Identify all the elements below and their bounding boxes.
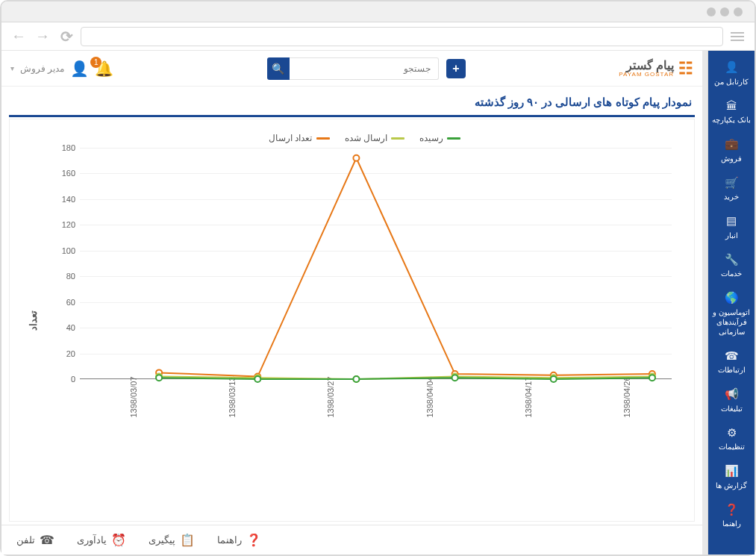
user-icon: 👤 [710,60,753,75]
panel-title: نمودار پیام کوتاه های ارسالی در ۹۰ روز گ… [9,90,695,117]
sidebar-item-help[interactable]: ❓ راهنما [708,496,755,535]
back-button[interactable]: ← [9,27,28,46]
svg-point-2 [353,155,359,161]
wrench-icon: 🔧 [710,252,753,267]
chart-legend: رسیده ارسال شده تعداد ارسال [50,133,679,143]
logo-mark-icon: ☷ [678,59,693,78]
globe-icon: 🌎 [710,290,753,305]
browser-frame: ← → ⟳ 👤 کارتابل من 🏛 بانک یکپارچه 💼 فروش… [0,0,756,556]
chart-icon: 📊 [710,463,753,478]
sidebar-item-ads[interactable]: 📢 تبلیغات [708,381,755,419]
search-button[interactable]: 🔍 [267,57,290,80]
phone-icon: ☎ [40,533,54,547]
sidebar-item-services[interactable]: 🔧 خدمات [708,246,755,285]
sidebar-item-automation[interactable]: 🌎 اتوماسیون و فرآیندهای سازمانی [708,284,755,343]
search-icon: 🔍 [272,63,284,75]
gear-icon: ⚙ [710,425,753,440]
sidebar-item-reports[interactable]: 📊 گزارش ها [708,457,755,496]
logo: ☷ پیام گستر PAYAM GOSTAR [619,59,693,78]
window-dot [720,7,729,16]
search: 🔍 [267,57,439,80]
legend-label: رسیده [419,133,443,143]
chart-container: رسیده ارسال شده تعداد ارسال تعداد 020406… [9,119,695,522]
sidebar-item-label: تبلیغات [721,404,743,413]
y-tick: 20 [50,349,75,358]
url-input[interactable] [81,27,723,46]
chart-panel: نمودار پیام کوتاه های ارسالی در ۹۰ روز گ… [9,90,695,522]
svg-point-13 [254,376,260,382]
chevron-down-icon: ▾ [10,64,14,72]
sidebar-item-label: اتوماسیون و فرآیندهای سازمانی [713,308,750,336]
sidebar-item-settings[interactable]: ⚙ تنظیمات [708,419,755,458]
phone-icon: ☎ [710,349,753,363]
footer-help[interactable]: ❓ راهنما [217,533,261,547]
sidebar-item-inbox[interactable]: 👤 کارتابل من [708,54,755,93]
y-tick: 40 [50,323,75,332]
reload-button[interactable]: ⟳ [57,27,76,46]
sidebar-item-label: فروش [721,154,742,163]
footer-reminder[interactable]: ⏰ یادآوری [77,533,126,547]
y-axis-label: تعداد [28,310,39,331]
add-button[interactable]: + [446,59,466,78]
megaphone-icon: 📢 [710,387,753,402]
y-tick: 120 [50,220,75,229]
sidebar: 👤 کارتابل من 🏛 بانک یکپارچه 💼 فروش 🛒 خری… [708,51,755,555]
footer-label: تلفن [16,534,35,546]
sidebar-item-label: خدمات [721,269,742,278]
footer-followup[interactable]: 📋 پیگیری [149,533,195,547]
y-tick: 100 [50,246,75,255]
sidebar-item-label: خرید [724,193,739,201]
logo-subtext: PAYAM GOSTAR [619,72,674,78]
user-area[interactable]: 🔔 1 👤 مدیر فروش ▾ [10,60,113,78]
legend-item: تعداد ارسال [269,133,329,143]
logo-text: پیام گستر [619,60,674,72]
sidebar-item-sales[interactable]: 💼 فروش [708,131,755,169]
box-icon: ▤ [710,213,753,228]
clipboard-icon: 📋 [180,533,195,547]
legend-swatch [391,137,404,140]
svg-point-16 [551,376,557,382]
sidebar-item-label: تنظیمات [719,443,745,451]
sidebar-item-label: راهنما [722,519,741,528]
y-tick: 160 [50,169,75,178]
footer-phone[interactable]: ☎ تلفن [16,533,54,547]
footer-bar: ❓ راهنما 📋 پیگیری ⏰ یادآوری ☎ تلفن [1,525,702,555]
plot-area: 0204060801001201401601801398/03/071398/0… [50,148,679,402]
forward-button[interactable]: → [33,27,52,46]
y-tick: 60 [50,298,75,307]
sidebar-item-purchase[interactable]: 🛒 خرید [708,169,755,208]
chart-svg [80,148,709,402]
topbar: ☷ پیام گستر PAYAM GOSTAR + 🔍 [1,51,702,87]
sidebar-item-label: بانک یکپارچه [712,116,751,124]
footer-label: یادآوری [77,534,107,546]
question-icon: ❓ [246,533,261,547]
sidebar-item-warehouse[interactable]: ▤ انبار [708,207,755,246]
sidebar-item-label: گزارش ها [716,481,747,490]
clock-icon: ⏰ [111,533,126,547]
svg-point-14 [353,376,359,382]
browser-toolbar: ← → ⟳ [1,22,755,51]
main-area: ☷ پیام گستر PAYAM GOSTAR + 🔍 [1,51,702,555]
svg-point-17 [649,375,655,381]
y-tick: 140 [50,195,75,204]
cart-icon: 🛒 [710,175,753,190]
menu-icon[interactable] [728,32,747,41]
sidebar-item-label: ارتباطات [718,366,746,374]
legend-swatch [316,137,330,140]
footer-label: راهنما [217,534,242,546]
search-input[interactable] [290,57,439,80]
sidebar-item-communications[interactable]: ☎ ارتباطات [708,343,755,381]
app-root: 👤 کارتابل من 🏛 بانک یکپارچه 💼 فروش 🛒 خری… [1,51,755,555]
notification-badge: 1 [90,57,101,68]
user-name: مدیر فروش [20,63,64,74]
sidebar-item-bank[interactable]: 🏛 بانک یکپارچه [708,93,755,131]
legend-swatch [447,137,460,140]
window-dot [707,7,716,16]
notifications[interactable]: 🔔 1 [95,60,113,78]
svg-point-12 [156,375,162,381]
svg-point-15 [452,375,458,381]
sidebar-item-label: انبار [725,231,738,240]
avatar-icon: 👤 [70,60,89,78]
y-tick: 0 [50,375,75,384]
sidebar-item-label: کارتابل من [714,78,749,86]
